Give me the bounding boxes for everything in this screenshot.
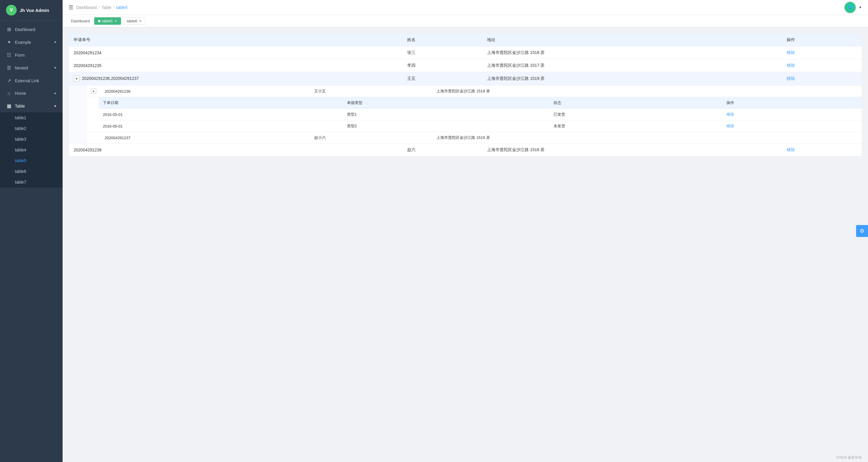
hamburger-icon[interactable]: ☰: [68, 4, 73, 11]
sidebar-item-nested[interactable]: ☰ Nested ▼: [0, 61, 63, 74]
cell-address: 上海市普陀区金沙江路 1518 弄: [482, 47, 782, 59]
sub-sub-cell-status: 未发货: [549, 120, 722, 132]
sub-cell-address: 上海市普陀区金沙江路 1519 弄: [432, 86, 810, 97]
sidebar-item-table[interactable]: ▦ Table ▼: [0, 99, 63, 112]
sidebar-item-table5[interactable]: table5: [0, 155, 63, 166]
sub-sub-remove-link-1[interactable]: 移除: [726, 112, 734, 117]
home-icon: ⌂: [6, 91, 12, 96]
sub-cell-sn: 202004291236: [100, 86, 310, 97]
sub-expand-cell: ▼: [87, 86, 100, 97]
sidebar-item-table1[interactable]: table1: [0, 112, 63, 123]
sidebar-item-dashboard[interactable]: ⊞ Dashboard: [0, 23, 63, 36]
expand-button-3[interactable]: ▼: [73, 76, 80, 82]
sub-sub-remove-link-2[interactable]: 移除: [726, 124, 734, 128]
cell-address: 上海市普陀区金沙江路 1517 弄: [482, 59, 782, 72]
sub-sub-row: 下单日期 单据类型 状态 操作: [87, 97, 862, 132]
sub-sub-cell-status: 已发货: [549, 109, 722, 120]
sub-col-date: 下单日期: [99, 97, 343, 109]
sub-col-status: 状态: [549, 97, 722, 109]
sub-sub-cell-action: 移除: [722, 120, 862, 132]
sidebar-item-table3[interactable]: table3: [0, 134, 63, 145]
remove-link-3[interactable]: 移除: [786, 76, 795, 81]
sub-table-row-expanded: ▼ 202004291236 王小五 上海市普陀区金沙江路 1519 弄: [87, 86, 862, 97]
sidebar-item-table2[interactable]: table2: [0, 123, 63, 134]
sub-sub-cell-type: 类型1: [343, 109, 549, 120]
sidebar-item-table4[interactable]: table4: [0, 145, 63, 155]
example-icon: ✦: [6, 39, 12, 45]
sidebar-label-nested: Nested: [15, 66, 51, 70]
sub-row-wangwu: ▼ 202004291236 王小五 上海市普陀区金沙江路 1519 弄: [69, 86, 862, 144]
cell-sn: 202004291234: [69, 47, 402, 59]
remove-link-1[interactable]: 移除: [786, 50, 795, 55]
cell-sn: 202004291235: [69, 59, 402, 72]
sidebar-item-form[interactable]: ☷ Form: [0, 49, 63, 61]
sidebar-label-home: Home: [15, 91, 51, 96]
table-icon: ▦: [6, 103, 12, 109]
cell-address-expanded: 上海市普陀区金沙江路 1519 弄: [482, 72, 782, 86]
cell-action: 移除: [782, 144, 862, 156]
sub-sub-cell-date: 2016-05-01: [99, 109, 343, 120]
tab-dot-table5: [98, 20, 100, 22]
sub-cell-name-2: 赵小六: [310, 132, 432, 144]
table-row: 202004291235 李四 上海市普陀区金沙江路 1517 弄 移除: [69, 59, 862, 72]
breadcrumb-table: Table: [101, 5, 111, 10]
example-arrow-icon: ▼: [54, 40, 57, 44]
sub-cell-address-2: 上海市普陀区金沙江路 1519 弄: [432, 132, 810, 144]
table-row: 202004291238 赵六 上海市普陀区金沙江路 1516 弄 移除: [69, 144, 862, 156]
sub-sub-header-row: 下单日期 单据类型 状态 操作: [99, 97, 862, 109]
sidebar-item-external-link[interactable]: ↗ External Link: [0, 74, 63, 87]
avatar-button[interactable]: 🐦: [844, 1, 856, 13]
sidebar-item-example[interactable]: ✦ Example ▼: [0, 36, 63, 49]
breadcrumb-sep2: /: [113, 5, 115, 10]
table-header-row: 申请单号 姓名 地址 操作: [69, 34, 862, 47]
table-arrow-icon: ▼: [54, 104, 57, 107]
tab-table5[interactable]: table5 ✕: [94, 17, 121, 25]
breadcrumb-current: table5: [116, 5, 128, 10]
header-right: 🐦 ▼: [844, 1, 862, 13]
remove-link-2[interactable]: 移除: [786, 63, 795, 68]
tab-label-table5: table5: [102, 19, 113, 23]
tab-close-table6[interactable]: ✕: [139, 19, 142, 23]
sub-sub-table-row: 2016-05-01 类型2 未发货 移除: [99, 120, 862, 132]
sub-table-row: 202004291237 赵小六 上海市普陀区金沙江路 1519 弄: [87, 132, 862, 144]
sidebar-item-table6[interactable]: table6: [0, 166, 63, 177]
sidebar-item-home[interactable]: ⌂ Home ▼: [0, 87, 63, 99]
cell-action: 移除: [782, 47, 862, 59]
sub-sub-cell-date: 2016-05-01: [99, 120, 343, 132]
table-submenu: table1 table2 table3 table4 table5 table…: [0, 112, 63, 187]
avatar-dropdown-icon[interactable]: ▼: [859, 5, 862, 9]
sub-sub-row-cell: 下单日期 单据类型 状态 操作: [87, 97, 862, 132]
breadcrumb-dashboard: Dashboard: [76, 5, 97, 10]
form-icon: ☷: [6, 52, 12, 58]
sub-sub-table: 下单日期 单据类型 状态 操作: [99, 97, 862, 132]
sub-row-cell: ▼ 202004291236 王小五 上海市普陀区金沙江路 1519 弄: [69, 86, 862, 144]
nested-arrow-icon: ▼: [54, 66, 57, 69]
header: ☰ Dashboard / Table / table5 🐦 ▼: [63, 0, 868, 15]
tab-table6[interactable]: table6 ✕: [123, 17, 146, 25]
col-name: 姓名: [402, 34, 482, 47]
remove-link-4[interactable]: 移除: [786, 147, 795, 152]
sidebar: V Jh Vue Admin ⊞ Dashboard ✦ Example ▼ ☷…: [0, 0, 63, 462]
sidebar-item-table7[interactable]: table7: [0, 177, 63, 187]
col-address: 地址: [482, 34, 782, 47]
sidebar-label-form: Form: [15, 53, 57, 58]
sub-col-type: 单据类型: [343, 97, 549, 109]
footer-text: ©2024 版权所有: [836, 456, 862, 460]
tab-close-table5[interactable]: ✕: [115, 19, 117, 23]
sub-sub-table-row: 2016-05-01 类型1 已发货 移除: [99, 109, 862, 120]
sub-cell-action-2: [810, 132, 862, 144]
tab-dashboard[interactable]: Dashboard: [68, 18, 92, 25]
footer: ©2024 版权所有: [63, 453, 868, 462]
app-title: Jh Vue Admin: [20, 8, 49, 13]
sub-expand-button[interactable]: ▼: [91, 89, 96, 94]
settings-float-button[interactable]: ⚙: [856, 225, 868, 237]
sub-cell-action: [810, 86, 862, 97]
table-row-expanded: ▼ 202004291236,202004291237 王五 上海市普陀区金沙江…: [69, 72, 862, 86]
cell-name: 李四: [402, 59, 482, 72]
content-area: 申请单号 姓名 地址 操作 202004291234 张三 上海市普陀区金沙江路…: [63, 27, 868, 453]
tab-label-table6: table6: [127, 19, 137, 23]
home-arrow-icon: ▼: [54, 92, 57, 95]
main-table-wrap: 申请单号 姓名 地址 操作 202004291234 张三 上海市普陀区金沙江路…: [68, 33, 862, 156]
cell-name-expanded: 王五: [402, 72, 482, 86]
logo-icon: V: [6, 5, 17, 16]
